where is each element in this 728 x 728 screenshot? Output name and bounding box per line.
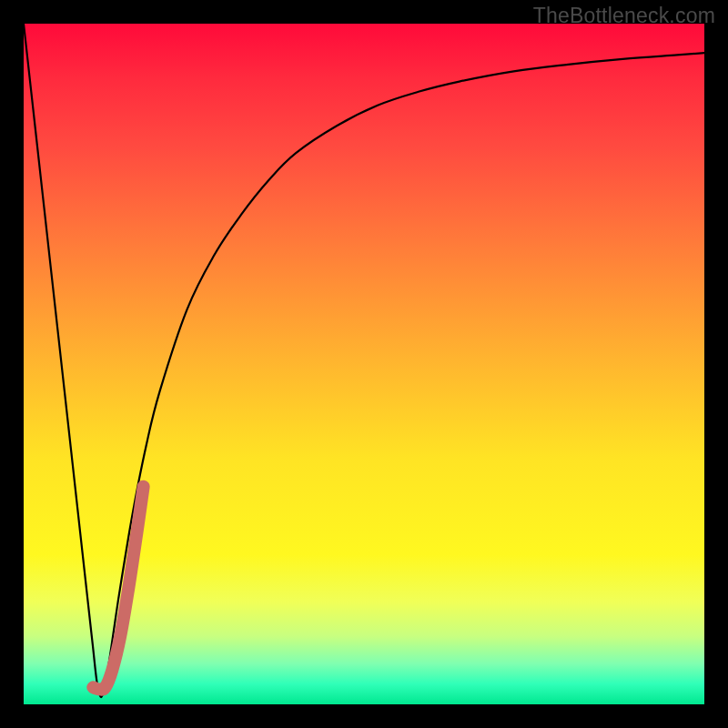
highlight-curve xyxy=(93,487,143,690)
curve-layer xyxy=(24,24,704,704)
chart-frame: TheBottleneck.com xyxy=(0,0,728,728)
